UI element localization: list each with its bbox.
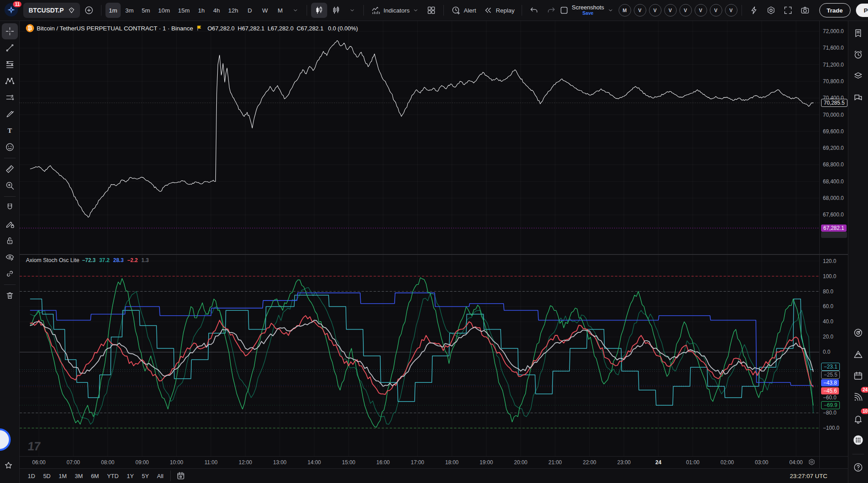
- redo-button[interactable]: [543, 3, 559, 18]
- sidebar-watchlist[interactable]: [850, 25, 867, 42]
- replay-button[interactable]: Replay: [480, 3, 518, 18]
- indicator-value-label: −43.8: [821, 379, 839, 386]
- grid-layout-button[interactable]: [423, 3, 439, 18]
- toolbar-divider: [4, 196, 16, 197]
- compare-add-button[interactable]: [81, 3, 97, 18]
- layout-save-widget[interactable]: Screenshots Save: [559, 4, 614, 16]
- sidebar-help[interactable]: [850, 459, 867, 476]
- timeframe-15m[interactable]: 15m: [174, 3, 193, 18]
- indicators-button[interactable]: Indicators: [368, 3, 423, 18]
- clock-utc[interactable]: 23:27:07 UTC: [790, 473, 827, 479]
- undo-button[interactable]: [526, 3, 542, 18]
- chart-type-hollow-button[interactable]: [328, 3, 344, 18]
- sidebar-ideas[interactable]: [850, 346, 867, 363]
- timeframe-M[interactable]: M: [273, 3, 287, 18]
- quick-search-button[interactable]: [746, 3, 762, 18]
- avatar-6[interactable]: V: [710, 4, 722, 17]
- timeframe-1m[interactable]: 1m: [105, 3, 121, 18]
- favorites-star-icon[interactable]: [4, 461, 13, 470]
- indicator-axis[interactable]: 120.0100.080.060.040.020.00.0−60.0−80.0−…: [819, 255, 848, 456]
- tool-trend-line[interactable]: [2, 40, 18, 56]
- range-5Y[interactable]: 5Y: [138, 470, 152, 481]
- chart-type-chevron[interactable]: [345, 3, 359, 18]
- tool-projection[interactable]: [2, 89, 18, 106]
- settings-button[interactable]: [763, 3, 779, 18]
- tradingview-logo[interactable]: 11: [4, 3, 19, 17]
- timeframe-menu-chevron[interactable]: [288, 3, 303, 18]
- chevron-down-icon: [412, 7, 419, 14]
- layout-chevron-icon[interactable]: [607, 7, 614, 14]
- divider: [101, 5, 101, 16]
- publish-label: Publish: [864, 7, 868, 14]
- timeframe-5m[interactable]: 5m: [138, 3, 154, 18]
- axis-settings-gear-icon[interactable]: [808, 458, 816, 466]
- sidebar-chat[interactable]: [850, 89, 867, 106]
- sidebar-calendar[interactable]: [850, 367, 867, 384]
- avatar-0[interactable]: M: [619, 4, 631, 17]
- timeframe-4h[interactable]: 4h: [209, 3, 223, 18]
- price-axis[interactable]: 72,000.071,600.071,200.070,800.070,400.0…: [819, 21, 848, 254]
- timeframe-3m[interactable]: 3m: [122, 3, 137, 18]
- indicator-title[interactable]: Axiom Stoch Osc Lite: [26, 257, 80, 263]
- tool-ruler[interactable]: [2, 161, 18, 177]
- indicator-value-label: −23.1: [821, 363, 840, 371]
- timeframe-W[interactable]: W: [258, 3, 272, 18]
- time-tick: 11:00: [204, 459, 217, 466]
- fullscreen-button[interactable]: [780, 3, 796, 18]
- range-5D[interactable]: 5D: [40, 470, 55, 481]
- avatar-2[interactable]: V: [649, 4, 662, 17]
- timeframe-12h[interactable]: 12h: [224, 3, 242, 18]
- range-6M[interactable]: 6M: [87, 470, 102, 481]
- tool-fib-retracement[interactable]: [2, 56, 18, 72]
- sidebar-object-tree[interactable]: [850, 68, 867, 85]
- symbol-title[interactable]: Bitcoin / TetherUS PERPETUAL CONTRACT · …: [37, 25, 193, 32]
- sidebar-news[interactable]: 24: [850, 389, 867, 406]
- price-pane[interactable]: ₿ Bitcoin / TetherUS PERPETUAL CONTRACT …: [20, 21, 819, 254]
- tool-magnet[interactable]: [2, 199, 18, 216]
- publish-button[interactable]: Publish: [856, 4, 868, 17]
- alert-button[interactable]: Alert: [448, 3, 479, 18]
- tool-text[interactable]: T: [2, 123, 18, 139]
- sidebar-hotlists[interactable]: [850, 324, 867, 341]
- tool-emoji[interactable]: [2, 139, 18, 155]
- avatar-4[interactable]: V: [679, 4, 692, 17]
- avatar-5[interactable]: V: [695, 4, 707, 17]
- avatar-3[interactable]: V: [664, 4, 677, 17]
- time-axis[interactable]: 06:0007:0008:0009:0010:0011:0012:0013:00…: [20, 456, 819, 468]
- tool-xabcd-pattern[interactable]: [2, 73, 18, 89]
- timeframe-10m[interactable]: 10m: [155, 3, 173, 18]
- avatar-7[interactable]: V: [725, 4, 737, 17]
- tool-link[interactable]: [2, 266, 18, 282]
- tool-zoom-in[interactable]: [2, 178, 18, 194]
- range-1D[interactable]: 1D: [24, 470, 39, 481]
- axis-corner: [819, 456, 848, 468]
- avatar-1[interactable]: V: [634, 4, 646, 17]
- tool-brush[interactable]: [2, 106, 18, 122]
- tool-crosshair[interactable]: [2, 23, 18, 39]
- date-range-group: 1D5D1M3M6MYTD1Y5YAll: [24, 470, 167, 481]
- snapshot-button[interactable]: [797, 3, 813, 18]
- range-YTD[interactable]: YTD: [103, 470, 122, 481]
- go-to-date-button[interactable]: [176, 471, 185, 481]
- chart-type-candles-button[interactable]: [311, 3, 327, 18]
- range-3M[interactable]: 3M: [71, 470, 86, 481]
- range-All[interactable]: All: [153, 470, 167, 481]
- sidebar-notifications[interactable]: 10: [850, 410, 867, 427]
- trade-button[interactable]: Trade: [819, 3, 851, 17]
- sidebar-apps[interactable]: [850, 432, 867, 449]
- tool-hide-drawings[interactable]: [2, 249, 18, 265]
- tool-draw-lock[interactable]: [2, 216, 18, 232]
- indicator-tick: 80.0: [823, 288, 833, 295]
- timeframe-D[interactable]: D: [243, 3, 257, 18]
- range-1M[interactable]: 1M: [55, 470, 70, 481]
- layout-save-link[interactable]: Save: [582, 10, 594, 16]
- indicator-pane[interactable]: Axiom Stoch Osc Lite −72.337.228.3−2.21.…: [20, 255, 819, 456]
- timeframe-1h[interactable]: 1h: [194, 3, 208, 18]
- tool-trash[interactable]: [2, 288, 18, 304]
- range-1Y[interactable]: 1Y: [123, 470, 137, 481]
- symbol-search-button[interactable]: BTCUSDT.P: [23, 3, 80, 18]
- zoom-in-icon: [5, 181, 15, 191]
- tool-lock[interactable]: [2, 233, 18, 249]
- floating-avatar-button[interactable]: [0, 428, 11, 451]
- sidebar-alerts[interactable]: [850, 46, 867, 63]
